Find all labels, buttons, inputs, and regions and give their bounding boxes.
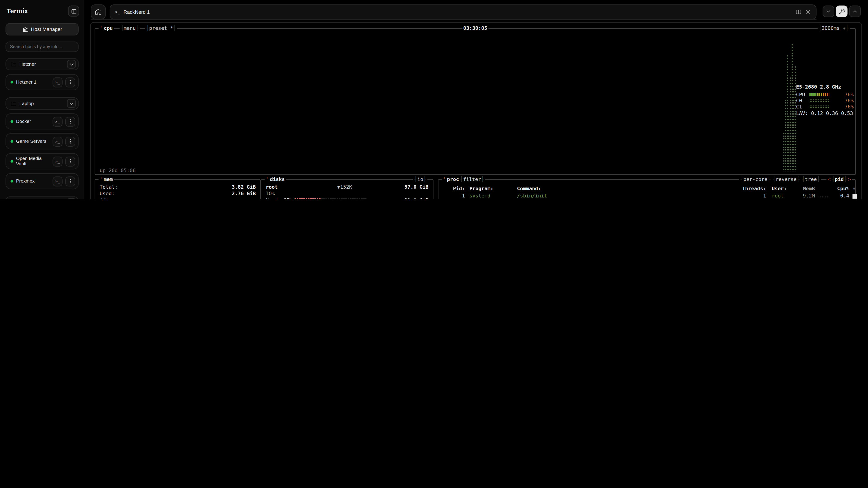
proc-reverse-option[interactable]: reverse [773, 176, 800, 183]
disk-io-activity: ▼152K [337, 184, 352, 191]
load-average: LAV: 0.12 0.36 0.53 [796, 110, 854, 117]
process-table-header[interactable]: Pid: Program: Command: Threads: User: Me… [443, 186, 851, 192]
folder-icon [11, 61, 17, 67]
group-name: Hetzner [20, 61, 64, 67]
kebab-menu-icon [67, 138, 73, 144]
mem-stat: Total:3.82 GiB [100, 184, 256, 191]
cpu-graph-column [788, 116, 789, 171]
host-item[interactable]: Docker >_ [5, 113, 79, 129]
cpu-meter [809, 93, 829, 96]
status-dot [11, 120, 13, 123]
wrench-icon [838, 8, 845, 15]
btop-preset-option[interactable]: preset * [146, 26, 176, 32]
connect-terminal-button[interactable]: >_ [53, 136, 63, 147]
chevron-down-icon [825, 8, 831, 14]
terminal-prompt-icon: >_ [115, 9, 120, 14]
terminal-prompt-icon: >_ [55, 119, 60, 124]
group-name: Laptop [20, 101, 64, 106]
proc-tree-option[interactable]: tree [802, 176, 820, 183]
panel-expand-button[interactable] [849, 5, 861, 17]
panel-collapse-button[interactable] [823, 5, 834, 17]
btop-menu-option[interactable]: menu [121, 26, 139, 32]
terminal-prompt-icon: >_ [55, 80, 60, 85]
host-item[interactable]: Open Media Vault >_ [5, 153, 79, 169]
cpu-meter [809, 99, 829, 102]
host-name: Hetzner 1 [16, 79, 50, 85]
disk-io-label: IO% [266, 191, 275, 197]
proc-sort-control[interactable]: < pid > [827, 176, 852, 183]
host-name: Game Servers [16, 139, 50, 144]
btop-cpu-box: 'cpu menu preset * 03:30:05 2000ms + E5-… [95, 28, 856, 175]
disks-io-option[interactable]: io [414, 176, 426, 183]
process-row[interactable]: 1systemd/sbin/init 1root9.2M 0.4 [443, 193, 851, 199]
panel-left-icon [70, 8, 76, 14]
terminal-prompt-icon: >_ [55, 179, 60, 184]
mem-box-title: mem [104, 176, 113, 183]
close-tab-icon[interactable] [805, 9, 811, 15]
status-dot [11, 160, 13, 163]
app-root: Termix Host Manager Hetzner Hetzner 1 >_… [0, 0, 868, 199]
tab-racknerd-1[interactable]: >_ RackNerd 1 [110, 4, 816, 20]
host-name: Proxmox [16, 178, 50, 184]
host-groups: Hetzner Hetzner 1 >_ Laptop Docker >_ Ga… [5, 56, 79, 199]
sidebar-toggle-button[interactable] [68, 5, 79, 17]
cpu-graph-column [795, 66, 796, 171]
host-manager-button[interactable]: Host Manager [5, 23, 79, 35]
connect-terminal-button[interactable]: >_ [53, 77, 63, 87]
status-dot [11, 140, 13, 143]
sidebar-header: Termix [6, 4, 79, 18]
host-item[interactable]: Game Servers >_ [5, 133, 79, 149]
terminal-prompt-icon: >_ [55, 159, 60, 164]
terminal-prompt-icon: >_ [55, 139, 60, 144]
cpu-box-title: cpu [104, 26, 113, 32]
home-icon [95, 8, 102, 15]
host-menu-button[interactable] [65, 156, 75, 166]
proc-percore-option[interactable]: per-core [740, 176, 770, 183]
cpu-core-row: CPU 76% [796, 91, 854, 97]
host-manager-icon [22, 26, 28, 32]
kebab-menu-icon [67, 178, 73, 184]
disk-meter [294, 198, 366, 199]
admin-tools-button[interactable] [836, 5, 847, 17]
host-group-header[interactable]: Hetzner [5, 58, 79, 70]
group-collapse-button[interactable] [67, 99, 76, 108]
clock: 03:30:05 [463, 26, 487, 32]
btop-proc-box: 'procfilter per-core reverse tree < pid … [438, 179, 856, 199]
sort-direction-arrow: ↑ [852, 186, 855, 192]
cpu-core-row: C1 76% [796, 104, 854, 110]
host-item[interactable]: Proxmox >_ [5, 173, 79, 189]
host-item[interactable]: Hetzner 1 >_ [5, 74, 79, 90]
cpu-graph-column [792, 44, 793, 171]
split-view-icon[interactable] [796, 9, 802, 15]
connect-terminal-button[interactable]: >_ [53, 156, 63, 166]
chevron-down-icon [68, 61, 74, 67]
connect-terminal-button[interactable]: >_ [53, 176, 63, 186]
status-dot [11, 180, 13, 183]
proc-box-title: proc [447, 176, 459, 183]
host-menu-button[interactable] [65, 176, 75, 186]
cpu-trail-graph [818, 195, 829, 197]
terminal[interactable]: 'cpu menu preset * 03:30:05 2000ms + E5-… [90, 22, 862, 199]
host-menu-button[interactable] [65, 77, 75, 87]
status-dot [11, 81, 13, 84]
update-interval[interactable]: 2000ms + [819, 26, 849, 32]
host-group-header[interactable]: Oracle [5, 196, 79, 199]
chevron-up-icon [852, 8, 858, 14]
search-input[interactable] [5, 41, 79, 52]
group-collapse-button[interactable] [67, 60, 76, 68]
btop-mem-box: 'mem Total:3.82 GiB Used:2.76 GiB 72% Av… [95, 179, 261, 199]
host-menu-button[interactable] [65, 136, 75, 147]
host-name: Docker [16, 119, 50, 124]
cpu-graph-column [786, 55, 788, 171]
connect-terminal-button[interactable]: >_ [53, 117, 63, 127]
proc-filter-option[interactable]: filter [460, 176, 484, 183]
host-menu-button[interactable] [65, 117, 75, 127]
cpu-graph-column [783, 133, 784, 171]
disks-box-title: disks [270, 176, 285, 183]
host-group-header[interactable]: Laptop [5, 97, 79, 109]
cpu-graph-column [790, 77, 791, 171]
home-button[interactable] [91, 4, 106, 20]
chevron-down-icon [68, 100, 74, 106]
group-collapse-button[interactable] [67, 198, 76, 199]
cpu-usage-block [852, 194, 857, 199]
